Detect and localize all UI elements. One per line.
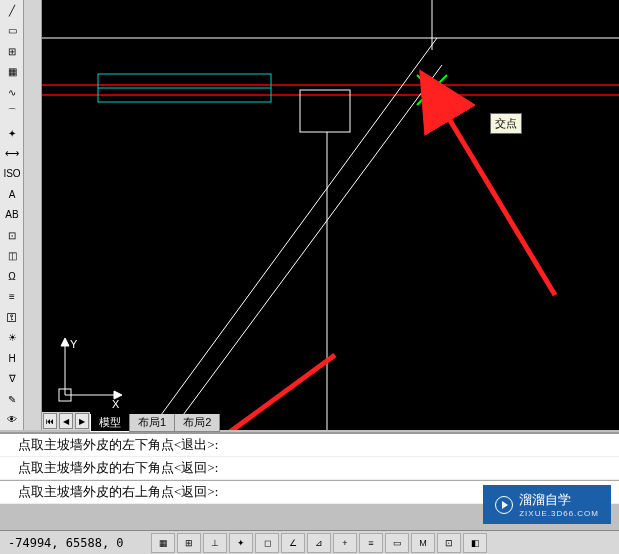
tool-curve-icon[interactable]: ∿ (1, 83, 23, 101)
left-toolbar-1: ╱ ▭ ⊞ ▦ ∿ ⌒ ✦ ⟷ ISO A AB ⊡ ◫ Ω ≡ ⚿ ☀ H ∇… (0, 0, 24, 430)
tool-hatch-icon[interactable]: ▦ (1, 62, 23, 80)
ucs-x-label: X (112, 398, 120, 410)
left-toolbar-2 (24, 0, 42, 430)
tool-flame-icon[interactable]: ✦ (1, 124, 23, 142)
tool-block-icon[interactable]: ⊡ (1, 226, 23, 244)
coordinates-display: -74994, 65588, 0 (0, 536, 150, 550)
tool-dim-icon[interactable]: ⟷ (1, 144, 23, 162)
extra1-toggle[interactable]: ⊡ (437, 533, 461, 553)
qp-toggle[interactable]: ▭ (385, 533, 409, 553)
tab-layout2[interactable]: 布局2 (174, 414, 220, 432)
osnap-toggle[interactable]: ◻ (255, 533, 279, 553)
tool-iso-icon[interactable]: ISO (1, 165, 23, 183)
viewport-nav: ⏮ ◀ ▶ (42, 412, 90, 430)
tab-layout1[interactable]: 布局1 (129, 414, 175, 432)
grid-toggle[interactable]: ⊞ (177, 533, 201, 553)
lwt-toggle[interactable]: ≡ (359, 533, 383, 553)
tool-light-icon[interactable]: ☀ (1, 329, 23, 347)
svg-rect-5 (300, 90, 350, 132)
snap-toggle[interactable]: ▦ (151, 533, 175, 553)
tool-inv-icon[interactable]: ∇ (1, 369, 23, 387)
watermark-sub: ZIXUE.3D66.COM (519, 509, 599, 518)
dyn-toggle[interactable]: + (333, 533, 357, 553)
status-bar: -74994, 65588, 0 ▦ ⊞ ⊥ ✦ ◻ ∠ ⊿ + ≡ ▭ M ⊡… (0, 530, 619, 554)
watermark-badge: 溜溜自学 ZIXUE.3D66.COM (483, 485, 611, 524)
cad-drawing: Y X (42, 0, 619, 430)
svg-line-7 (150, 38, 437, 430)
layout-tabs: 模型 布局1 布局2 (90, 414, 219, 432)
tool-omega-icon[interactable]: Ω (1, 267, 23, 285)
svg-marker-18 (502, 501, 508, 509)
tab-model[interactable]: 模型 (90, 414, 130, 432)
nav-next-icon[interactable]: ▶ (75, 413, 89, 429)
play-icon (495, 496, 513, 514)
nav-prev-icon[interactable]: ◀ (59, 413, 73, 429)
annotation-arrow-2 (212, 355, 335, 430)
tool-bars-icon[interactable]: ≡ (1, 288, 23, 306)
otrack-toggle[interactable]: ∠ (281, 533, 305, 553)
svg-marker-14 (61, 338, 69, 346)
tool-line-icon[interactable]: ╱ (1, 1, 23, 19)
ucs-y-label: Y (70, 338, 78, 350)
tool-rect-icon[interactable]: ▭ (1, 21, 23, 39)
tool-h-icon[interactable]: H (1, 349, 23, 367)
tool-ab-icon[interactable]: AB (1, 206, 23, 224)
tool-key-icon[interactable]: ⚿ (1, 308, 23, 326)
extra2-toggle[interactable]: ◧ (463, 533, 487, 553)
tool-eye-icon[interactable]: 👁 (1, 410, 23, 428)
tool-grid-icon[interactable]: ⊞ (1, 42, 23, 60)
command-history-1: 点取主坡墙外皮的左下角点<退出>: (0, 434, 619, 457)
polar-toggle[interactable]: ✦ (229, 533, 253, 553)
osnap-tooltip: 交点 (490, 113, 522, 134)
nav-first-icon[interactable]: ⏮ (43, 413, 57, 429)
tool-pen-icon[interactable]: ✎ (1, 390, 23, 408)
watermark-title: 溜溜自学 (519, 491, 599, 509)
model-toggle[interactable]: M (411, 533, 435, 553)
tool-arc-icon[interactable]: ⌒ (1, 103, 23, 121)
ducs-toggle[interactable]: ⊿ (307, 533, 331, 553)
command-history-2: 点取主坡墙外皮的右下角点<返回>: (0, 457, 619, 480)
annotation-arrow-1 (445, 112, 555, 295)
tool-door-icon[interactable]: ◫ (1, 247, 23, 265)
tool-text-icon[interactable]: A (1, 185, 23, 203)
ortho-toggle[interactable]: ⊥ (203, 533, 227, 553)
drawing-canvas[interactable]: Y X 交点 (42, 0, 619, 430)
